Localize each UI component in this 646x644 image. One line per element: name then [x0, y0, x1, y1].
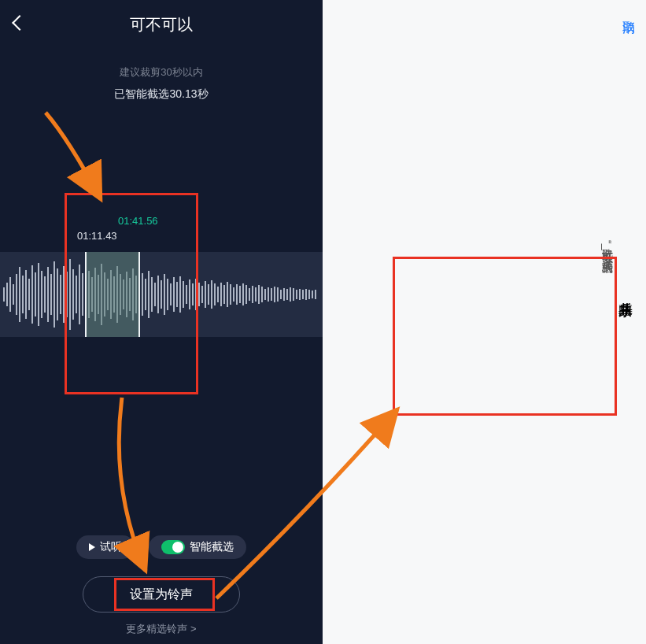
toggle-on-icon [161, 540, 185, 554]
time-start-label: 01:11.43 [77, 230, 158, 242]
set-as-ringtone-button[interactable]: 设置为铃声 [83, 576, 240, 613]
preview-button[interactable]: 试听 [76, 535, 135, 559]
selection-times: 01:41.56 01:11.43 [77, 215, 158, 242]
waveform-bars [0, 259, 316, 330]
waveform-strip[interactable] [0, 252, 323, 337]
ringtone-editor-pane: 可不可以 建议裁剪30秒以内 已智能截选30.13秒 01:41.56 01:1… [0, 0, 323, 644]
share-sheet-pane: 取消 共享乐曲 选取“可不可以_麓七”的格式 乐曲 轻点以将乐曲作为立体声音频文… [323, 0, 646, 644]
smart-trim-label: 智能截选 [190, 540, 234, 554]
play-icon [89, 543, 95, 551]
smart-trim-toggle[interactable]: 智能截选 [149, 535, 246, 559]
song-title: 可不可以 [0, 0, 323, 35]
format-note: 选取“可不可以_麓七”的格式 [600, 240, 615, 254]
set-as-ringtone-label: 设置为铃声 [130, 587, 193, 603]
preview-label: 试听 [100, 540, 122, 554]
time-end-label: 01:41.56 [118, 215, 158, 227]
trim-selection[interactable] [85, 252, 140, 337]
trim-tip: 建议裁剪30秒以内 [0, 65, 323, 80]
editor-controls: 试听 智能截选 [0, 535, 323, 559]
smart-trim-status: 已智能截选30.13秒 [0, 87, 323, 102]
more-ringtones-link[interactable]: 更多精选铃声 > [126, 622, 196, 636]
